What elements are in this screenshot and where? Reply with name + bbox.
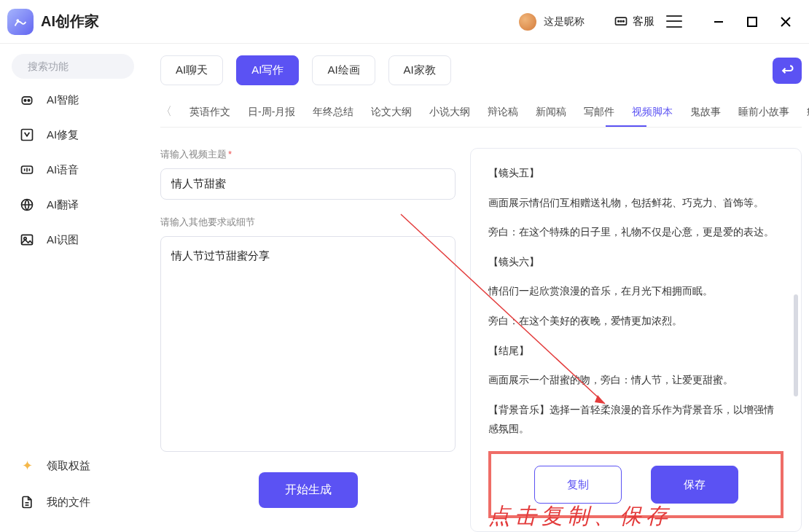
- main-area: AI聊天 AI写作 AI绘画 AI家教 〈 英语作文 日-周-月报 年终总结 论…: [146, 44, 809, 532]
- category-row: 〈 英语作文 日-周-月报 年终总结 论文大纲 小说大纲 辩论稿 新闻稿 写邮件…: [160, 104, 802, 120]
- detail-textarea[interactable]: [160, 236, 456, 452]
- maximize-button[interactable]: [745, 15, 759, 29]
- title-bar: AI创作家 这是昵称 客服: [0, 0, 809, 44]
- tab-draw[interactable]: AI绘画: [312, 55, 375, 85]
- save-button[interactable]: 保存: [651, 466, 738, 504]
- app-title: AI创作家: [41, 12, 99, 31]
- chevron-left-icon[interactable]: 〈: [160, 104, 172, 120]
- tab-write[interactable]: AI写作: [236, 55, 299, 85]
- sidebar-item-label: 我的文件: [47, 496, 90, 509]
- cat-report[interactable]: 日-周-月报: [248, 106, 295, 119]
- logo-wrap: AI创作家: [7, 9, 99, 35]
- svg-point-2: [618, 20, 620, 22]
- topic-input[interactable]: [160, 168, 456, 200]
- support-label: 客服: [633, 15, 654, 28]
- cat-bedtime[interactable]: 睡前小故事: [738, 106, 789, 119]
- svg-rect-14: [22, 130, 33, 141]
- close-button[interactable]: [778, 15, 793, 29]
- svg-point-4: [623, 20, 625, 22]
- sidebar-item-rewards[interactable]: ✦ 领取权益: [19, 458, 134, 474]
- sidebar-item-label: AI智能: [47, 93, 79, 107]
- file-icon: [19, 494, 35, 510]
- sidebar-item-ai-repair[interactable]: AI修复: [19, 127, 134, 143]
- chat-icon: [614, 15, 628, 29]
- sidebar: AI智能 AI修复 AI语音 AI翻译 AI识图 ✦ 领取权益: [0, 44, 146, 532]
- svg-point-3: [620, 20, 622, 22]
- svg-rect-11: [22, 97, 31, 104]
- cat-email[interactable]: 写邮件: [584, 106, 614, 119]
- cat-thesis[interactable]: 论文大纲: [371, 106, 412, 119]
- output-panel: 【镜头五】 画面展示情侣们互相赠送礼物，包括鲜花、巧克力、首饰等。 旁白：在这个…: [470, 148, 802, 532]
- voice-icon: [19, 162, 35, 178]
- spark-icon: ✦: [19, 458, 35, 474]
- translate-icon: [19, 197, 35, 213]
- window-controls: [711, 15, 802, 29]
- cat-debate[interactable]: 辩论稿: [488, 106, 518, 119]
- sidebar-item-label: 领取权益: [47, 459, 90, 473]
- sidebar-item-ai-image[interactable]: AI识图: [19, 232, 134, 248]
- sidebar-item-ai-translate[interactable]: AI翻译: [19, 197, 134, 213]
- detail-label: 请输入其他要求或细节: [160, 216, 456, 229]
- cat-news[interactable]: 新闻稿: [536, 106, 566, 119]
- tab-tutor[interactable]: AI家教: [388, 55, 451, 85]
- nickname: 这是昵称: [544, 15, 585, 28]
- input-column: 请输入视频主题* 请输入其他要求或细节 开始生成: [160, 148, 456, 532]
- topic-label: 请输入视频主题*: [160, 148, 456, 161]
- sidebar-item-label: AI语音: [47, 163, 79, 177]
- user-chip[interactable]: 这是昵称: [519, 13, 585, 31]
- tab-chat[interactable]: AI聊天: [160, 55, 223, 85]
- minimize-button[interactable]: [711, 15, 726, 29]
- sidebar-item-label: AI翻译: [47, 198, 79, 212]
- menu-icon[interactable]: [666, 14, 682, 30]
- output-text: 【镜头五】 画面展示情侣们互相赠送礼物，包括鲜花、巧克力、首饰等。 旁白：在这个…: [488, 163, 783, 448]
- cat-english[interactable]: 英语作文: [189, 106, 230, 119]
- cat-ghost[interactable]: 鬼故事: [690, 106, 721, 119]
- main-tabs: AI聊天 AI写作 AI绘画 AI家教: [160, 55, 802, 85]
- sidebar-item-label: AI识图: [47, 233, 79, 247]
- avatar: [519, 13, 536, 31]
- back-button[interactable]: [773, 58, 802, 84]
- search-input[interactable]: [28, 60, 155, 72]
- copy-button[interactable]: 复制: [534, 466, 622, 504]
- sidebar-item-label: AI修复: [47, 128, 79, 142]
- cat-video-script[interactable]: 视频脚本: [632, 106, 673, 119]
- cat-year-summary[interactable]: 年终总结: [313, 106, 353, 119]
- scrollbar[interactable]: [794, 294, 798, 396]
- svg-point-13: [28, 100, 30, 102]
- support-button[interactable]: 客服: [614, 15, 654, 29]
- return-arrow-icon: [780, 63, 794, 78]
- svg-rect-20: [22, 235, 33, 244]
- robot-icon: [19, 92, 35, 108]
- repair-icon: [19, 127, 35, 143]
- sidebar-item-ai-voice[interactable]: AI语音: [19, 162, 134, 178]
- svg-point-12: [24, 100, 26, 102]
- cat-novel[interactable]: 小说大纲: [429, 106, 470, 119]
- generate-button[interactable]: 开始生成: [259, 472, 358, 508]
- search-box[interactable]: [12, 54, 134, 79]
- image-icon: [19, 232, 35, 248]
- svg-rect-6: [748, 17, 757, 26]
- active-underline: [606, 125, 646, 127]
- sidebar-item-ai-smart[interactable]: AI智能: [19, 92, 134, 108]
- app-logo-icon: [7, 9, 34, 35]
- action-buttons-highlight: 复制 保存: [488, 451, 783, 519]
- sidebar-item-files[interactable]: 我的文件: [19, 494, 134, 510]
